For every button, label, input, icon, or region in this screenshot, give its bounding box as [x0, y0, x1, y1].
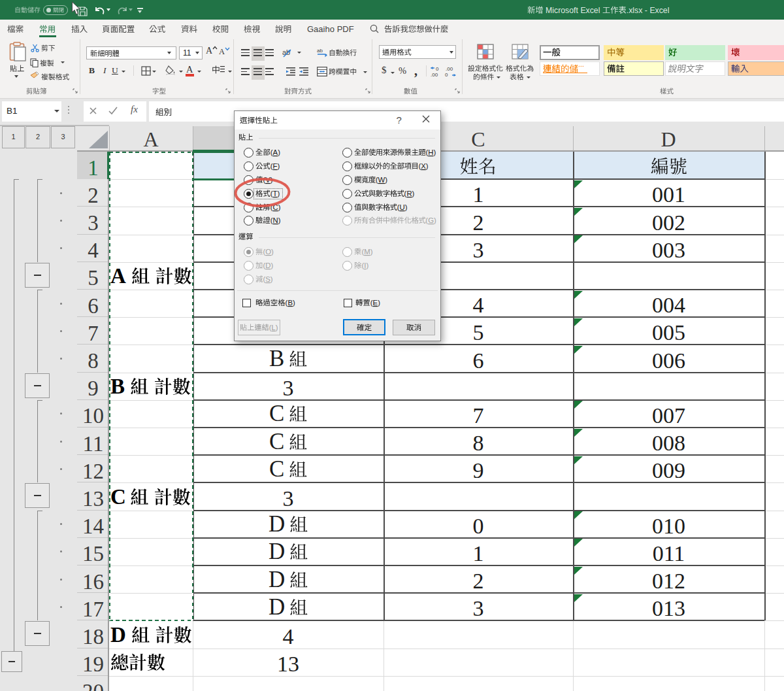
svg-text:D: D	[269, 566, 285, 592]
svg-text:0: 0	[445, 72, 448, 78]
svg-text:.00: .00	[431, 72, 438, 78]
svg-text:(A): (A)	[270, 148, 280, 156]
svg-text:.00: .00	[446, 66, 453, 72]
svg-text:D: D	[269, 511, 285, 537]
svg-text:(H): (H)	[425, 148, 436, 156]
svg-text:(L): (L)	[269, 323, 278, 331]
svg-text:B: B	[269, 346, 284, 371]
svg-text:Gaaiho: Gaaiho	[307, 24, 335, 34]
svg-text:-: -	[645, 6, 647, 15]
svg-text:(S): (S)	[263, 275, 272, 283]
svg-text:D: D	[269, 594, 285, 619]
svg-text:(M): (M)	[361, 248, 372, 256]
svg-text:D: D	[269, 539, 285, 564]
svg-text:(B): (B)	[285, 299, 295, 307]
svg-text:D: D	[110, 623, 126, 647]
svg-text:Excel: Excel	[580, 6, 600, 15]
svg-text:C: C	[110, 485, 126, 509]
svg-text:(E): (E)	[370, 299, 380, 307]
svg-text:(R): (R)	[404, 190, 414, 197]
svg-text:(U): (U)	[397, 203, 407, 211]
svg-text:PDF: PDF	[337, 24, 354, 34]
svg-text:.xlsx: .xlsx	[627, 6, 643, 15]
svg-text:C: C	[269, 401, 284, 426]
svg-text:(G): (G)	[425, 216, 436, 224]
svg-text:0: 0	[436, 66, 439, 72]
svg-text:C: C	[269, 428, 284, 454]
svg-text:(F): (F)	[270, 162, 280, 170]
svg-text:(I): (I)	[361, 261, 368, 269]
svg-text:(D): (D)	[263, 261, 273, 269]
svg-text:A: A	[110, 264, 126, 288]
svg-text:ab: ab	[282, 48, 290, 56]
svg-text:ab: ab	[317, 48, 323, 54]
svg-text:(X): (X)	[418, 162, 428, 170]
svg-text:(O): (O)	[263, 248, 274, 256]
svg-text:B: B	[110, 375, 125, 398]
svg-text:Microsoft: Microsoft	[546, 6, 578, 15]
svg-text:(W): (W)	[375, 176, 387, 184]
svg-text:(N): (N)	[270, 216, 280, 224]
svg-text:C: C	[269, 456, 284, 481]
svg-text:Excel: Excel	[649, 6, 669, 15]
